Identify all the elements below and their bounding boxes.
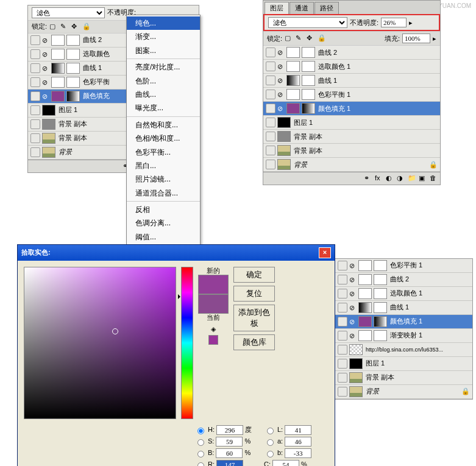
layer-thumb[interactable] — [66, 63, 80, 74]
blend-mode-select[interactable]: 滤色 — [268, 17, 347, 28]
link-icon[interactable]: ⊘ — [277, 49, 285, 56]
layer-thumb[interactable] — [277, 117, 291, 128]
layer-row[interactable]: 图层 1 — [335, 357, 472, 371]
layer-row[interactable]: 图层 1 — [263, 116, 440, 130]
mask-thumb[interactable] — [358, 274, 372, 285]
link-icon[interactable]: ⊘ — [349, 318, 357, 325]
menu-photofilter[interactable]: 照片滤镜... — [127, 172, 200, 186]
layer-thumb[interactable] — [42, 147, 55, 158]
menu-vibrance[interactable]: 自然饱和度... — [127, 118, 200, 132]
mask-thumb[interactable] — [358, 302, 372, 313]
mask-thumb[interactable] — [302, 103, 315, 114]
menu-pattern[interactable]: 图案... — [127, 44, 200, 57]
lock-trans-icon[interactable]: ▢ — [49, 23, 58, 31]
lock-move-icon[interactable]: ✥ — [307, 34, 315, 43]
layer-thumb[interactable] — [374, 274, 387, 285]
menu-exposure[interactable]: 曝光度... — [127, 101, 200, 115]
fill-input[interactable] — [402, 34, 430, 43]
menu-colorbal[interactable]: 色彩平衡... — [127, 146, 200, 159]
layer-thumb[interactable] — [358, 316, 372, 327]
lock-all-icon[interactable]: 🔒 — [82, 23, 91, 31]
layer-thumb[interactable] — [349, 358, 363, 369]
mask-thumb[interactable] — [286, 89, 300, 100]
new-color-swatch[interactable] — [198, 275, 229, 294]
layer-thumb[interactable] — [302, 47, 315, 58]
add-swatch-button[interactable]: 添加到色板 — [233, 305, 275, 331]
chevron-right-icon[interactable]: ▸ — [433, 35, 436, 43]
lock-trans-icon[interactable]: ▢ — [285, 34, 293, 43]
layer-thumb[interactable] — [277, 131, 291, 142]
visibility-icon[interactable] — [338, 387, 347, 397]
visibility-icon[interactable] — [338, 261, 347, 270]
ok-button[interactable]: 确定 — [233, 267, 275, 283]
layer-thumb[interactable] — [374, 330, 387, 341]
c-input[interactable] — [272, 460, 299, 466]
menu-solid-color[interactable]: 纯色... — [127, 16, 200, 30]
tab-layers[interactable]: 图层 — [265, 2, 289, 14]
visibility-icon[interactable] — [30, 147, 40, 157]
saturation-value-box[interactable] — [24, 267, 176, 419]
sv-cursor[interactable] — [112, 328, 118, 334]
mask-thumb[interactable] — [51, 77, 65, 88]
layer-thumb[interactable] — [277, 145, 291, 156]
layer-thumb[interactable] — [302, 61, 315, 72]
web-safe-swatch[interactable] — [208, 335, 218, 345]
lab-b-input[interactable] — [285, 448, 311, 458]
visibility-icon[interactable] — [266, 160, 275, 169]
menu-curves[interactable]: 曲线... — [127, 88, 200, 101]
layer-row[interactable]: ⊘曲线 2 — [263, 46, 440, 60]
layer-thumb[interactable] — [51, 91, 65, 102]
s-input[interactable] — [216, 437, 243, 447]
layer-row[interactable]: ⊘颜色填充 1 — [335, 315, 472, 329]
layer-row[interactable]: ⊘选取颜色 1 — [263, 60, 440, 74]
visibility-icon[interactable] — [266, 90, 275, 99]
menu-gradient[interactable]: 渐变... — [127, 30, 200, 43]
color-library-button[interactable]: 颜色库 — [233, 334, 275, 350]
layer-thumb[interactable] — [374, 288, 387, 299]
visibility-icon[interactable] — [266, 118, 275, 127]
mask-thumb[interactable] — [286, 75, 300, 86]
mask-thumb[interactable] — [51, 63, 65, 74]
layer-thumb[interactable] — [349, 386, 363, 397]
trash-icon[interactable]: 🗑 — [430, 174, 438, 183]
layer-row[interactable]: ⊘渐变映射 1 — [335, 329, 472, 343]
layer-thumb[interactable] — [302, 75, 315, 86]
mask-thumb[interactable] — [51, 49, 65, 60]
layer-row[interactable]: ⊘曲线 1 — [263, 74, 440, 88]
mask-thumb[interactable] — [286, 47, 300, 58]
chevron-right-icon[interactable]: ▸ — [409, 19, 413, 27]
layer-row[interactable]: ⊘色彩平衡 1 — [263, 88, 440, 102]
menu-posterize[interactable]: 色调分离... — [127, 216, 200, 230]
mask-thumb[interactable] — [286, 61, 300, 72]
link-icon[interactable]: ⊘ — [349, 332, 357, 339]
layer-thumb[interactable] — [277, 159, 291, 170]
link-icon[interactable]: ⊘ — [349, 276, 357, 283]
visibility-icon[interactable] — [30, 119, 40, 129]
link-icon[interactable]: ⊘ — [349, 262, 357, 269]
layer-row[interactable]: 背景🔒 — [263, 158, 440, 172]
layer-thumb[interactable] — [42, 133, 55, 144]
radio-lab-b[interactable] — [267, 451, 274, 457]
mask-thumb[interactable] — [358, 330, 372, 341]
menu-brightness[interactable]: 亮度/对比度... — [127, 60, 200, 74]
link-icon[interactable]: ⊘ — [42, 93, 49, 100]
hue-strip[interactable] — [181, 267, 193, 419]
folder-icon[interactable]: 📁 — [408, 174, 416, 183]
link-icon[interactable]: ⊘ — [42, 79, 49, 86]
visibility-icon[interactable] — [266, 76, 275, 85]
visibility-icon[interactable] — [266, 62, 275, 71]
cancel-button[interactable]: 复位 — [233, 286, 275, 302]
visibility-icon[interactable] — [338, 345, 347, 355]
layer-row[interactable]: http://blog.sina.com.cn/lu6353... — [335, 343, 472, 357]
link-icon[interactable]: ⊘ — [349, 304, 357, 311]
layer-thumb[interactable] — [66, 49, 80, 60]
a-input[interactable] — [285, 437, 311, 447]
link-icon[interactable]: ⊘ — [277, 77, 285, 84]
layer-thumb[interactable] — [374, 302, 387, 313]
lock-all-icon[interactable]: 🔒 — [318, 34, 326, 43]
layer-row[interactable]: ⊘颜色填充 1 — [263, 102, 440, 116]
visibility-icon[interactable] — [266, 104, 275, 113]
visibility-icon[interactable] — [338, 359, 347, 369]
mask-thumb[interactable] — [66, 91, 80, 102]
titlebar[interactable]: 拾取实色: × — [18, 245, 335, 261]
